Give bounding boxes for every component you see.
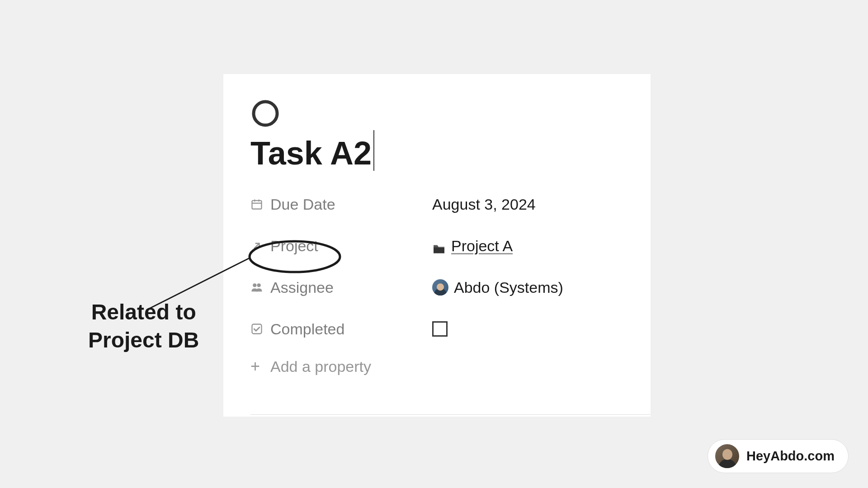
property-row-due-date: Due Date August 3, 2024 <box>250 191 623 218</box>
svg-point-6 <box>257 283 261 287</box>
property-label-wrap[interactable]: Completed <box>250 320 432 338</box>
svg-point-5 <box>253 283 256 287</box>
add-property-button[interactable]: + Add a property <box>250 357 623 376</box>
page-icon-empty-circle[interactable] <box>251 99 279 127</box>
property-label-wrap[interactable]: Due Date <box>250 196 432 213</box>
property-row-project: Project Project A <box>250 232 623 259</box>
assignee-value-text: Abdo (Systems) <box>454 279 563 296</box>
property-row-completed: Completed <box>250 315 623 343</box>
property-label-wrap[interactable]: Assignee <box>250 279 432 296</box>
svg-rect-7 <box>252 324 262 334</box>
project-value[interactable]: Project A <box>432 237 513 255</box>
assignee-label: Assignee <box>270 279 334 296</box>
watermark-badge[interactable]: HeyAbdo.com <box>708 439 849 473</box>
text-cursor <box>373 130 374 171</box>
assignee-value[interactable]: Abdo (Systems) <box>432 279 563 296</box>
checkbox-unchecked[interactable] <box>432 321 448 337</box>
svg-rect-1 <box>252 201 262 209</box>
completed-value[interactable] <box>432 321 448 337</box>
due-date-label: Due Date <box>270 196 335 213</box>
project-value-text: Project A <box>451 237 513 255</box>
calendar-icon <box>250 198 263 211</box>
annotation-line-1: Related to <box>91 300 196 324</box>
properties-list: Due Date August 3, 2024 Project <box>250 191 623 376</box>
page-title[interactable]: Task A2 <box>250 135 372 172</box>
checkbox-property-icon <box>250 323 263 335</box>
property-label-wrap[interactable]: Project <box>250 237 432 255</box>
svg-point-0 <box>254 102 277 125</box>
avatar <box>432 279 448 296</box>
add-property-label: Add a property <box>270 358 371 375</box>
task-page-card: Task A2 Due Date August 3, 2024 <box>223 74 651 417</box>
watermark-text: HeyAbdo.com <box>746 449 835 464</box>
annotation-line-2: Project DB <box>88 328 199 352</box>
due-date-value[interactable]: August 3, 2024 <box>432 196 536 213</box>
people-icon <box>250 281 263 294</box>
property-row-assignee: Assignee Abdo (Systems) <box>250 274 623 301</box>
divider <box>250 414 651 415</box>
folder-icon <box>432 240 446 251</box>
page-title-text: Task A2 <box>250 135 372 171</box>
plus-icon: + <box>250 357 263 376</box>
annotation-text: Related to Project DB <box>88 298 199 355</box>
project-label: Project <box>270 237 318 255</box>
relation-arrow-icon <box>250 239 263 252</box>
watermark-avatar <box>715 444 739 468</box>
completed-label: Completed <box>270 320 344 338</box>
